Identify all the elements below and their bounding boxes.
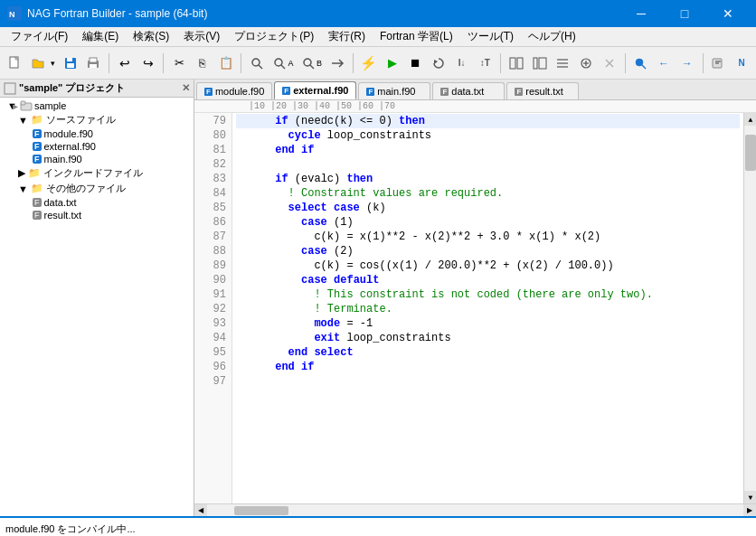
vscroll-down[interactable]: ▼ [744, 491, 756, 503]
app-icon: N [7, 6, 22, 21]
svg-rect-17 [517, 58, 523, 69]
toolbar-list[interactable] [553, 52, 574, 74]
menu-item[interactable]: Fortran 学習(L) [373, 27, 460, 46]
hscroll-thumb[interactable] [234, 506, 288, 515]
menu-item[interactable]: 検索(S) [126, 27, 176, 46]
menu-item[interactable]: ツール(T) [460, 27, 521, 46]
tree-include-folder[interactable]: ▶ 📁 インクルードファイル [0, 165, 194, 181]
ruler-text: |10 |20 |30 |40 |50 |60 |70 [249, 101, 395, 111]
toolbar-run2[interactable] [708, 52, 730, 74]
line-number: 82 [194, 157, 226, 172]
code-line: exit loop_constraints [236, 331, 740, 345]
code-editor[interactable]: 79808182838485868788899091929394959697 i… [194, 113, 756, 503]
line-number: 80 [194, 128, 226, 143]
menu-item[interactable]: ファイル(F) [4, 27, 75, 46]
code-line: select case (k) [236, 201, 740, 215]
vscroll-thumb[interactable] [745, 135, 756, 171]
menu-item[interactable]: プロジェクト(P) [227, 27, 321, 46]
toolbar-stop[interactable]: ⏹ [404, 52, 426, 74]
code-ruler: ▶ |10 |20 |30 |40 |50 |60 |70 [194, 100, 756, 113]
main-file-label: main.f90 [44, 154, 82, 165]
tab-main_f90[interactable]: Fmain.f90 [358, 82, 430, 99]
menu-item[interactable]: 実行(R) [321, 27, 373, 46]
close-button[interactable]: ✕ [707, 0, 749, 27]
build-output-line: module.f90 をコンパイル中... [5, 522, 751, 536]
code-line: cycle loop_constraints [236, 128, 740, 143]
toolbar-search1[interactable] [246, 52, 268, 74]
toolbar-paste[interactable]: 📋 [215, 52, 237, 74]
horizontal-scrollbar[interactable]: ◀ ▶ [194, 503, 756, 516]
line-number: 89 [194, 259, 226, 273]
include-folder-label: インクルードファイル [43, 166, 143, 180]
tree-project-root[interactable]: ▼ sample [0, 99, 194, 112]
tree-data-txt[interactable]: F data.txt [0, 196, 194, 209]
toolbar-nag-logo[interactable]: N [731, 52, 752, 74]
data-file-icon: F [33, 198, 42, 207]
toolbar-open-dropdown[interactable]: ▾ [49, 52, 58, 74]
hscroll-right[interactable]: ▶ [743, 504, 756, 517]
toolbar-add-marker[interactable] [575, 52, 597, 74]
tree-external-f90[interactable]: F external.f90 [0, 140, 194, 153]
code-line: end if [236, 360, 740, 374]
maximize-button[interactable]: □ [664, 0, 705, 27]
toolbar-debug2[interactable]: ↕T [474, 52, 496, 74]
tab-label: data.txt [451, 86, 484, 97]
svg-line-10 [259, 65, 262, 69]
tab-result_txt[interactable]: Fresult.txt [506, 82, 579, 99]
tree-other-folder[interactable]: ▼ 📁 その他のファイル [0, 181, 194, 196]
toolbar-debug[interactable]: I↓ [451, 52, 473, 74]
toolbar-nag-search[interactable] [630, 52, 652, 74]
toolbar-print[interactable] [82, 52, 104, 74]
toolbar-sep-2 [163, 53, 164, 73]
toolbar-col2[interactable] [529, 52, 551, 74]
bottom-panel: module.f90 をコンパイル中...external.f90 をコンパイル… [0, 516, 756, 536]
toolbar-open[interactable] [27, 52, 49, 74]
vscroll-track[interactable] [744, 126, 756, 491]
toolbar-search2[interactable]: A [269, 52, 297, 74]
line-number: 96 [194, 360, 226, 374]
tree-source-folder[interactable]: ▼ 📁 ソースファイル [0, 112, 194, 127]
toolbar-copy[interactable]: ⎘ [192, 52, 213, 74]
hscroll-left[interactable]: ◀ [194, 504, 207, 517]
tab-data_txt[interactable]: Fdata.txt [432, 82, 505, 99]
toolbar-undo[interactable]: ↩ [114, 52, 136, 74]
hscroll-track[interactable] [207, 504, 743, 517]
code-line: if (needc(k) <= 0) then [236, 114, 740, 128]
vertical-scrollbar[interactable]: ▲ ▼ [743, 113, 756, 503]
code-content[interactable]: if (needc(k) <= 0) then cycle loop_const… [232, 113, 743, 503]
vscroll-up[interactable]: ▲ [744, 113, 756, 126]
minimize-button[interactable]: ─ [620, 0, 662, 27]
line-number: 83 [194, 172, 226, 186]
svg-point-11 [275, 59, 282, 66]
toolbar-cut[interactable]: ✂ [168, 52, 190, 74]
tree-result-txt[interactable]: F result.txt [0, 209, 194, 221]
menu-item[interactable]: 表示(V) [176, 27, 227, 46]
toolbar-nag-fwd[interactable]: → [676, 52, 698, 74]
toolbar-sep-6 [625, 53, 626, 73]
code-line: if (evalc) then [236, 172, 740, 186]
title-bar: N NAG Fortran Builder - sample (64-bit) … [0, 0, 756, 27]
toolbar-save[interactable] [60, 52, 81, 74]
svg-rect-18 [534, 58, 537, 69]
toolbar-build-flash[interactable]: ⚡ [358, 52, 380, 74]
tree-main-f90[interactable]: F main.f90 [0, 153, 194, 165]
toolbar-col1[interactable] [506, 52, 527, 74]
toolbar-restart[interactable] [428, 52, 449, 74]
menu-item[interactable]: ヘルプ(H) [521, 27, 583, 46]
tree-module-f90[interactable]: F module.f90 [0, 127, 194, 140]
tab-module_f90[interactable]: Fmodule.f90 [196, 82, 272, 99]
svg-rect-31 [5, 83, 15, 94]
menu-item[interactable]: 編集(E) [75, 27, 126, 46]
toolbar-run[interactable]: ▶ [382, 52, 403, 74]
tab-label: result.txt [525, 86, 563, 97]
toolbar-search3[interactable]: B [298, 52, 326, 74]
tab-external_f90[interactable]: Fexternal.f90 [274, 81, 356, 99]
toolbar-redo[interactable]: ↪ [137, 52, 159, 74]
toolbar-nag-back[interactable]: ← [653, 52, 675, 74]
toolbar-goto[interactable] [326, 52, 348, 74]
toolbar-sep-5 [500, 53, 501, 73]
project-panel-close[interactable]: ✕ [182, 82, 190, 94]
toolbar-del-marker[interactable] [599, 52, 620, 74]
line-number: 84 [194, 186, 226, 201]
toolbar-new[interactable] [4, 52, 25, 74]
